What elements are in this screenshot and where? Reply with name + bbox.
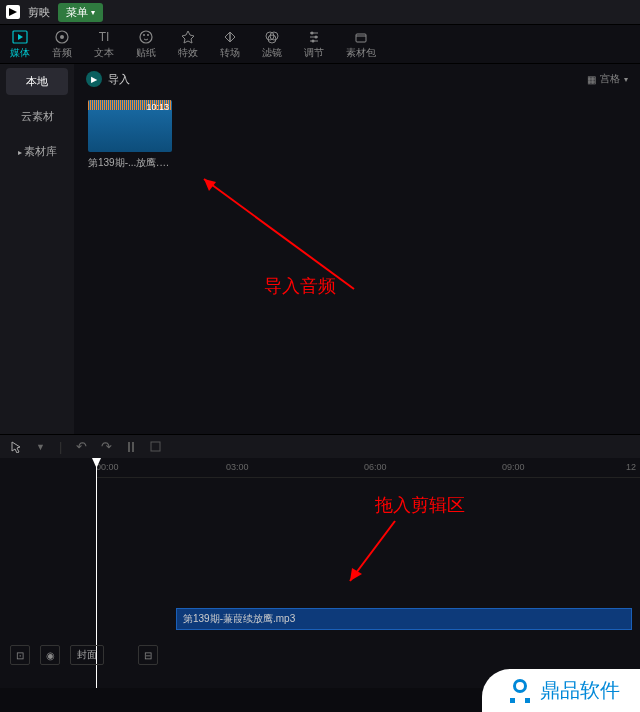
chevron-down-icon[interactable]: ▼ <box>36 442 45 452</box>
svg-point-10 <box>315 35 318 38</box>
svg-point-5 <box>147 34 149 36</box>
sidebar-item-local[interactable]: 本地 <box>6 68 68 95</box>
media-duration: 10:13 <box>146 102 169 112</box>
import-icon: ▶ <box>86 71 102 87</box>
tab-pack[interactable]: 素材包 <box>346 29 376 60</box>
svg-rect-15 <box>128 442 130 452</box>
cover-button[interactable]: 封面 <box>70 645 104 665</box>
svg-point-11 <box>312 39 315 42</box>
view-mode-button[interactable]: ▦ 宫格 ▾ <box>587 72 628 86</box>
import-button[interactable]: ▶ 导入 <box>86 71 130 87</box>
undo-icon[interactable]: ↶ <box>76 439 87 454</box>
watermark: 鼎品软件 <box>482 669 640 712</box>
tab-audio[interactable]: 音频 <box>52 29 72 60</box>
timeline[interactable]: 00:00 03:00 06:00 09:00 12 第139期-蒹葭续放鹰.m… <box>0 458 640 688</box>
sidebar-item-library[interactable]: ▸素材库 <box>0 134 74 169</box>
svg-rect-17 <box>151 442 160 451</box>
split-icon[interactable] <box>126 441 136 453</box>
timeline-toolbar: ▼ | ↶ ↷ <box>0 434 640 458</box>
annotation-text-1: 导入音频 <box>264 274 336 298</box>
category-tabs: 媒体 音频 TI 文本 贴纸 特效 转场 滤镜 调节 素材包 <box>0 24 640 64</box>
tab-fx[interactable]: 特效 <box>178 29 198 60</box>
titlebar: 剪映 菜单▾ <box>0 0 640 24</box>
sidebar: 本地 云素材 ▸素材库 <box>0 64 74 434</box>
pack-icon <box>353 29 369 45</box>
svg-rect-16 <box>132 442 134 452</box>
svg-rect-12 <box>356 34 366 42</box>
fx-icon <box>180 29 196 45</box>
cursor-tool-icon[interactable] <box>10 441 22 453</box>
tab-text[interactable]: TI 文本 <box>94 29 114 60</box>
svg-point-2 <box>60 35 64 39</box>
svg-line-13 <box>204 179 354 289</box>
text-icon: TI <box>96 29 112 45</box>
delete-icon[interactable] <box>150 441 161 452</box>
svg-point-9 <box>311 31 314 34</box>
track-area[interactable]: 第139期-蒹葭续放鹰.mp3 ⊡ ◉ 封面 ⊟ <box>0 478 640 688</box>
main-area: 本地 云素材 ▸素材库 ▶ 导入 ▦ 宫格 ▾ 10:13 第139期-...放… <box>0 64 640 434</box>
svg-point-4 <box>143 34 145 36</box>
track-lock-icon[interactable]: ⊡ <box>10 645 30 665</box>
app-logo-icon <box>6 5 20 19</box>
tab-adjust[interactable]: 调节 <box>304 29 324 60</box>
adjust-icon <box>306 29 322 45</box>
annotation-text-2: 拖入剪辑区 <box>375 493 465 517</box>
audio-clip[interactable]: 第139期-蒹葭续放鹰.mp3 <box>176 608 632 630</box>
tab-media[interactable]: 媒体 <box>10 29 30 60</box>
filter-icon <box>264 29 280 45</box>
svg-point-3 <box>140 31 152 43</box>
tab-filter[interactable]: 滤镜 <box>262 29 282 60</box>
time-ruler[interactable]: 00:00 03:00 06:00 09:00 12 <box>96 458 640 478</box>
tab-sticker[interactable]: 贴纸 <box>136 29 156 60</box>
audio-icon <box>54 29 70 45</box>
menu-button[interactable]: 菜单▾ <box>58 3 103 22</box>
sticker-icon <box>138 29 154 45</box>
media-panel: ▶ 导入 ▦ 宫格 ▾ 10:13 第139期-...放鹰.mp3 导入音频 <box>74 64 640 434</box>
watermark-icon <box>508 679 532 703</box>
media-item[interactable]: 10:13 第139期-...放鹰.mp3 <box>88 100 172 170</box>
app-name: 剪映 <box>28 5 50 20</box>
grid-icon: ▦ <box>587 74 596 85</box>
redo-icon[interactable]: ↷ <box>101 439 112 454</box>
media-icon <box>12 29 28 45</box>
media-filename: 第139期-...放鹰.mp3 <box>88 156 172 170</box>
svg-marker-14 <box>204 179 216 191</box>
track-mute-icon[interactable]: ◉ <box>40 645 60 665</box>
transition-icon <box>222 29 238 45</box>
track-add-icon[interactable]: ⊟ <box>138 645 158 665</box>
sidebar-item-cloud[interactable]: 云素材 <box>0 99 74 134</box>
media-thumbnail: 10:13 <box>88 100 172 152</box>
tab-transition[interactable]: 转场 <box>220 29 240 60</box>
